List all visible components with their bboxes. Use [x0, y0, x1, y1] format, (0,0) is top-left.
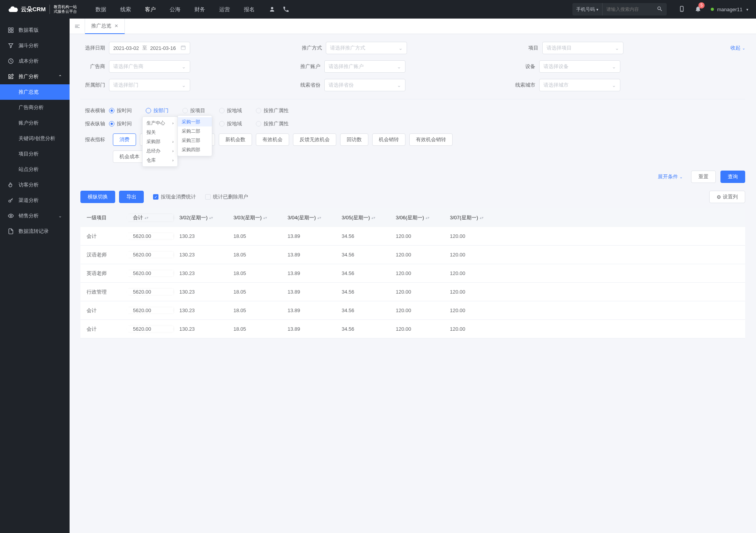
- th-total[interactable]: 合计▴▾: [127, 214, 173, 221]
- dept-select[interactable]: 请选择部门⌄: [109, 79, 190, 91]
- table-row[interactable]: 汉语老师5620.00130.2318.0513.8934.56120.0012…: [80, 246, 745, 264]
- user-icon[interactable]: [269, 6, 276, 13]
- search-icon[interactable]: [653, 6, 667, 13]
- sidebar-sub-project[interactable]: 项目分析: [0, 146, 70, 162]
- sidebar-item-sales[interactable]: 销售分析⌄: [0, 208, 70, 224]
- sort-icon[interactable]: ▴▾: [371, 217, 375, 219]
- expand-conditions-link[interactable]: 展开条件 ⌄: [658, 173, 683, 180]
- dropdown-sub-3[interactable]: 采购三部: [178, 136, 212, 145]
- toggle-axis-button[interactable]: 横纵切换: [80, 191, 115, 203]
- collapse-filters-link[interactable]: 收起 ⌄: [730, 44, 745, 51]
- sort-icon[interactable]: ▴▾: [145, 217, 148, 219]
- th-date[interactable]: 3/04(星期一)▴▾: [281, 214, 335, 221]
- sidebar-sub-advertiser[interactable]: 广告商分析: [0, 100, 70, 115]
- sort-icon[interactable]: ▴▾: [209, 217, 213, 219]
- sidebar-sub-keyword[interactable]: 关键词/创意分析: [0, 131, 70, 146]
- phone-icon[interactable]: [283, 6, 289, 13]
- nav-ops[interactable]: 运营: [212, 0, 237, 19]
- deleted-users-checkbox[interactable]: 统计已删除用户: [205, 193, 248, 200]
- sidebar-sub-site[interactable]: 站点分析: [0, 162, 70, 177]
- city-select[interactable]: 请选择城市⌄: [539, 79, 620, 91]
- table-cell: 18.05: [227, 233, 281, 239]
- nav-clue[interactable]: 线索: [113, 0, 138, 19]
- sort-icon[interactable]: ▴▾: [317, 217, 321, 219]
- dropdown-item-warehouse[interactable]: 仓库›: [143, 155, 177, 165]
- sidebar-item-funnel[interactable]: 漏斗分析: [0, 38, 70, 53]
- user-menu[interactable]: manager11 ▾: [711, 7, 748, 12]
- sidebar-sub-overview[interactable]: 推广总览: [0, 84, 70, 100]
- radio-x-attr[interactable]: 按推广属性: [256, 107, 289, 114]
- table-row[interactable]: 行政管理5620.00130.2318.0513.8934.56120.0012…: [80, 283, 745, 301]
- th-date[interactable]: 3/07(星期一)▴▾: [444, 214, 498, 221]
- th-date[interactable]: 3/05(星期一)▴▾: [335, 214, 390, 221]
- sidebar-sub-account[interactable]: 账户分析: [0, 115, 70, 131]
- table-row[interactable]: 会计5620.00130.2318.0513.8934.56120.00120.…: [80, 320, 745, 338]
- advertiser-select[interactable]: 请选择广告商⌄: [109, 60, 190, 73]
- radio-y-region[interactable]: 按地域: [219, 120, 242, 127]
- metric-valid-conv[interactable]: 有效机会销转: [409, 133, 453, 146]
- metric-consume[interactable]: 消费: [113, 133, 136, 146]
- metric-cost[interactable]: 机会成本: [113, 150, 146, 163]
- dropdown-item-prod[interactable]: 生产中心›: [143, 118, 177, 128]
- nav-signup[interactable]: 报名: [237, 0, 262, 19]
- th-date[interactable]: 3/06(星期一)▴▾: [390, 214, 444, 221]
- table-row[interactable]: 会计5620.00130.2318.0513.8934.56120.00120.…: [80, 227, 745, 246]
- metric-conv[interactable]: 机会销转: [372, 133, 405, 146]
- dropdown-sub-4[interactable]: 采购四部: [178, 145, 212, 154]
- nav-customer[interactable]: 客户: [138, 0, 163, 19]
- radio-x-region[interactable]: 按地域: [219, 107, 242, 114]
- radio-y-attr[interactable]: 按推广属性: [256, 120, 289, 127]
- sidebar-item-dashboard[interactable]: 数据看版: [0, 22, 70, 38]
- tab-overview[interactable]: 推广总览✕: [85, 19, 125, 34]
- sidebar-item-cost[interactable]: 成本分析: [0, 53, 70, 69]
- dropdown-item-purchase[interactable]: 采购部›: [143, 137, 177, 146]
- collapse-sidebar-button[interactable]: [70, 19, 85, 34]
- settings-columns-button[interactable]: ⚙设置列: [709, 191, 745, 203]
- metric-valid[interactable]: 有效机会: [256, 133, 289, 146]
- account-select[interactable]: 请选择推广账户⌄: [324, 60, 405, 73]
- metric-invalid[interactable]: 反馈无效机会: [293, 133, 336, 146]
- export-button[interactable]: 导出: [119, 191, 144, 203]
- th-date[interactable]: 3/02(星期一)▴▾: [173, 214, 227, 221]
- dropdown-item-customs[interactable]: 报关: [143, 128, 177, 137]
- project-select[interactable]: 请选择项目⌄: [542, 42, 623, 54]
- sort-icon[interactable]: ▴▾: [480, 217, 484, 219]
- sidebar-item-visitor[interactable]: 访客分析: [0, 177, 70, 193]
- dropdown-sub-1[interactable]: 采购一部: [178, 117, 212, 126]
- cash-stats-checkbox[interactable]: ✓按现金消费统计: [153, 193, 196, 200]
- province-select[interactable]: 请选择省份⌄: [324, 79, 405, 91]
- query-button[interactable]: 查询: [720, 171, 745, 183]
- search-input[interactable]: [603, 7, 653, 12]
- sort-icon[interactable]: ▴▾: [426, 217, 429, 219]
- radio-x-project[interactable]: 按项目: [182, 107, 205, 114]
- bell-icon[interactable]: 5: [695, 5, 702, 14]
- dropdown-sub-2[interactable]: 采购二部: [178, 126, 212, 136]
- chevron-down-icon: ⌄: [397, 64, 401, 70]
- radio-x-dept[interactable]: 按部门: [146, 107, 169, 114]
- th-date[interactable]: 3/03(星期一)▴▾: [227, 214, 281, 221]
- table-row[interactable]: 英语老师5620.00130.2318.0513.8934.56120.0012…: [80, 264, 745, 283]
- metric-new[interactable]: 新机会数: [219, 133, 252, 146]
- reset-button[interactable]: 重置: [691, 171, 716, 183]
- sidebar-item-promotion[interactable]: 推广分析⌃: [0, 69, 70, 84]
- sidebar-item-channel[interactable]: 渠道分析: [0, 193, 70, 208]
- close-icon[interactable]: ✕: [114, 23, 118, 29]
- th-item[interactable]: 一级项目: [80, 214, 127, 221]
- radio-y-time[interactable]: 按时间: [109, 120, 132, 127]
- radio-x-time[interactable]: 按时间: [109, 107, 132, 114]
- method-select[interactable]: 请选择推广方式⌄: [326, 42, 407, 54]
- mobile-icon[interactable]: [678, 5, 685, 14]
- date-range-picker[interactable]: 2021-03-02 至 2021-03-16: [109, 42, 190, 54]
- nav-public[interactable]: 公海: [163, 0, 187, 19]
- table-row[interactable]: 会计5620.00130.2318.0513.8934.56120.00120.…: [80, 301, 745, 320]
- nav-finance[interactable]: 财务: [187, 0, 212, 19]
- dropdown-item-gm[interactable]: 总经办›: [143, 146, 177, 155]
- sidebar-item-flow[interactable]: 数据流转记录: [0, 224, 70, 239]
- logo[interactable]: 云朵CRM 教育机构一站 式服务云平台: [8, 4, 77, 15]
- divider: [49, 5, 50, 14]
- search-type-select[interactable]: 手机号码 ▾: [572, 3, 603, 15]
- device-select[interactable]: 请选择设备⌄: [539, 60, 620, 73]
- nav-data[interactable]: 数据: [89, 0, 113, 19]
- metric-revisit[interactable]: 回访数: [340, 133, 368, 146]
- sort-icon[interactable]: ▴▾: [263, 217, 267, 219]
